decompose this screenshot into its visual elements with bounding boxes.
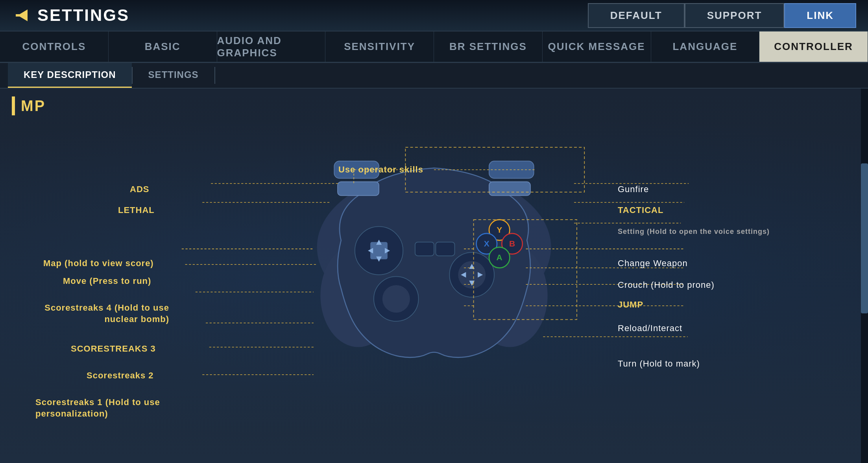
svg-rect-23 — [415, 242, 434, 256]
label-tactical: TACTICAL — [618, 205, 663, 215]
svg-rect-34 — [474, 220, 577, 320]
svg-rect-7 — [338, 182, 379, 196]
svg-point-15 — [449, 252, 494, 297]
support-button[interactable]: SUPPORT — [685, 3, 785, 28]
svg-point-29 — [502, 233, 522, 254]
default-button[interactable]: DEFAULT — [588, 3, 685, 28]
svg-point-4 — [472, 244, 547, 347]
label-crouch: Crouch (Hold to prone) — [618, 280, 715, 290]
svg-rect-24 — [436, 242, 454, 256]
svg-marker-14 — [385, 248, 390, 254]
top-buttons: DEFAULT SUPPORT LINK — [588, 3, 856, 28]
svg-point-3 — [320, 244, 396, 347]
logo-section: SETTINGS — [12, 6, 129, 25]
svg-rect-33 — [405, 147, 584, 192]
svg-rect-1 — [16, 14, 24, 17]
svg-marker-12 — [376, 257, 382, 262]
label-ads: ADS — [130, 184, 149, 194]
mp-header: MP — [12, 96, 856, 115]
main-content: MP — [0, 89, 868, 463]
page-title: SETTINGS — [37, 6, 129, 25]
svg-point-9 — [355, 226, 403, 274]
label-gunfire: Gunfire — [618, 184, 649, 194]
svg-point-22 — [382, 285, 410, 313]
svg-text:B: B — [509, 239, 515, 248]
svg-marker-11 — [376, 240, 382, 245]
subtab-settings[interactable]: SETTINGS — [133, 63, 214, 88]
back-button[interactable] — [12, 6, 31, 25]
label-lethal: LETHAL — [118, 205, 155, 215]
tab-br-settings[interactable]: BR SETTINGS — [434, 31, 543, 62]
label-voice-setting: Setting (Hold to open the voice settings… — [618, 228, 770, 236]
link-button[interactable]: LINK — [784, 3, 856, 28]
svg-point-2 — [317, 171, 551, 323]
svg-point-16 — [458, 261, 486, 289]
label-jump: JUMP — [618, 300, 643, 310]
svg-point-27 — [476, 233, 497, 254]
controller-area: Y X B A — [12, 123, 856, 450]
tab-controller[interactable]: CONTROLLER — [759, 31, 868, 62]
label-scorestreaks3: SCORESTREAKS 3 — [71, 344, 156, 354]
svg-text:X: X — [484, 239, 489, 248]
label-use-operator: Use operator skills — [338, 165, 423, 175]
top-bar: SETTINGS DEFAULT SUPPORT LINK — [0, 0, 868, 31]
svg-marker-20 — [478, 272, 483, 278]
svg-point-25 — [489, 220, 510, 240]
label-turn: Turn (Hold to mark) — [618, 359, 700, 369]
svg-point-31 — [489, 247, 510, 268]
tab-language[interactable]: LANGUAGE — [651, 31, 760, 62]
label-reload: Reload/Interact — [618, 323, 682, 333]
svg-marker-17 — [469, 264, 475, 269]
svg-marker-13 — [368, 248, 373, 254]
tab-basic[interactable]: BASIC — [109, 31, 217, 62]
svg-marker-18 — [469, 281, 475, 286]
subtab-divider-2 — [214, 67, 215, 84]
label-map: Map (hold to view score) — [43, 258, 154, 269]
svg-text:A: A — [497, 253, 502, 262]
svg-rect-10 — [370, 242, 388, 259]
scrollbar-thumb[interactable] — [861, 163, 868, 313]
tab-controls[interactable]: CONTROLS — [0, 31, 109, 62]
svg-rect-8 — [489, 182, 530, 196]
tab-sensitivity[interactable]: SENSITIVITY — [325, 31, 434, 62]
label-scorestreaks2: Scorestreaks 2 — [87, 370, 154, 381]
mp-title: MP — [21, 98, 46, 115]
svg-marker-19 — [461, 272, 466, 278]
label-scorestreaks4: Scorestreaks 4 (Hold to use nuclear bomb… — [35, 302, 169, 325]
mp-accent-bar — [12, 96, 15, 115]
tab-quick-message[interactable]: QUICK MESSAGE — [543, 31, 651, 62]
subtab-key-description[interactable]: KEY DESCRIPTION — [8, 63, 132, 88]
tab-audio-graphics[interactable]: AUDIO AND GRAPHICS — [217, 31, 326, 62]
svg-point-21 — [374, 276, 419, 321]
scrollbar[interactable] — [861, 89, 868, 463]
label-scorestreaks1: Scorestreaks 1 (Hold to use personalizat… — [35, 397, 173, 419]
tab-bar: CONTROLS BASIC AUDIO AND GRAPHICS SENSIT… — [0, 31, 868, 63]
sub-tab-bar: KEY DESCRIPTION SETTINGS — [0, 63, 868, 89]
label-change-weapon: Change Weapon — [618, 258, 688, 269]
svg-text:Y: Y — [497, 225, 502, 234]
label-move: Move (Press to run) — [63, 276, 151, 286]
svg-rect-6 — [489, 161, 534, 178]
